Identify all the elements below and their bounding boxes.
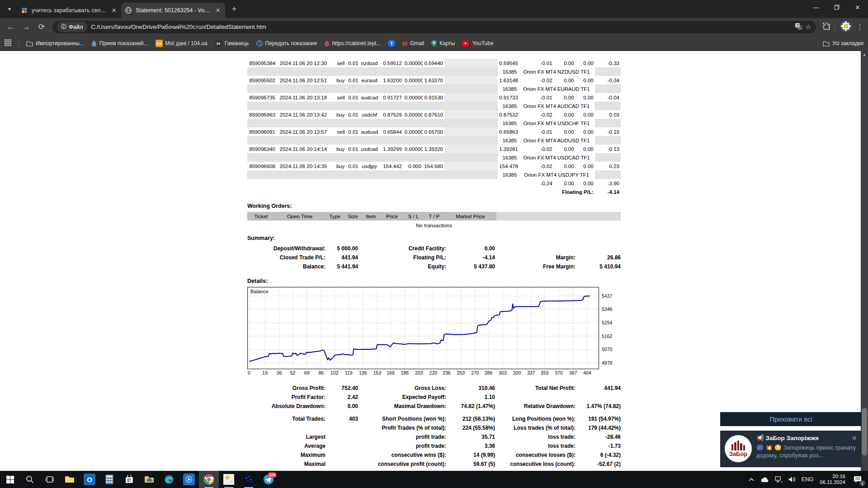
trade-type: buy — [329, 145, 346, 153]
volume-icon[interactable] — [786, 471, 798, 488]
trade-magic-number: 16385 — [498, 153, 518, 162]
stat-row: Total Trades:403Short Positions (won %):… — [247, 414, 621, 423]
tab-inactive[interactable]: учитесь зарабатывать селяне ✕ — [17, 3, 121, 18]
all-bookmarks-button[interactable]: Усі закладки — [823, 40, 863, 47]
language-indicator[interactable]: ENG — [800, 471, 815, 488]
back-icon[interactable]: ← — [5, 21, 17, 33]
stat-label: loss trade: — [495, 432, 576, 441]
tab-close-icon[interactable]: ✕ — [214, 7, 222, 14]
edge-icon[interactable] — [159, 471, 179, 488]
apps-grid-icon[interactable] — [5, 39, 11, 47]
search-icon[interactable] — [20, 471, 40, 488]
trade-close-price: 0.59545 — [498, 59, 518, 67]
trade-info-fill — [595, 119, 621, 127]
stat-value: 26.86 — [576, 253, 621, 262]
dark-window-thumbnail[interactable] — [239, 471, 259, 488]
trade-type: buy — [329, 162, 346, 170]
x-axis-tick: 387 — [567, 370, 580, 375]
bookmark-item[interactable]: YouTube — [462, 40, 493, 47]
trade-row: 8590953842024.11.06 20:12:30sell0.01nzdu… — [247, 59, 621, 67]
trade-info-fill — [595, 67, 621, 76]
chrome-icon[interactable] — [199, 471, 219, 488]
totals-commission: -0.24 — [518, 179, 553, 188]
reload-icon[interactable]: ⟳ — [35, 21, 48, 33]
menu-dots-icon[interactable]: ⋮ — [856, 23, 863, 31]
url-text[interactable]: C:/Users/favou/OneDrive/Рабочий%20стол/D… — [91, 23, 791, 30]
file-explorer-icon[interactable] — [60, 471, 80, 488]
clock[interactable]: 20:16 06.11.2024 — [817, 474, 848, 485]
tab-search-icon[interactable]: ▾ — [4, 3, 15, 15]
restore-button[interactable] — [826, 0, 847, 14]
stat-label: Loss trades (% of total): — [495, 423, 576, 432]
tab-title: Statement: 501263254 - Volody — [136, 7, 211, 14]
trade-row: 8590963402024.11.06 20:14:14buy0.01usdca… — [247, 145, 621, 153]
translate-icon[interactable]: 文A — [795, 23, 802, 31]
trade-taxes: 0.00 — [554, 145, 576, 153]
new-tab-button[interactable]: + — [228, 3, 241, 15]
media-player-icon[interactable] — [179, 471, 199, 488]
scrollbar-up-arrow[interactable]: ▲ — [861, 51, 868, 57]
onedrive-cloud-icon[interactable] — [759, 471, 771, 488]
chart-series-label: Balance — [250, 289, 269, 294]
extensions-puzzle-icon[interactable] — [822, 22, 830, 32]
bookmark-item[interactable]: 24Гаманець — [215, 40, 249, 47]
file-scheme-chip[interactable]: ⓘ Файл — [57, 22, 87, 32]
hide-all-notifications-button[interactable]: Приховати всі — [720, 412, 862, 426]
bookmark-item[interactable]: Передать показания — [256, 40, 317, 47]
trade-item: audusd — [360, 127, 379, 136]
trade-type: buy — [329, 76, 346, 84]
trade-comment: Orion FX MT4 USDJPY TF1 — [518, 170, 594, 179]
onedrive-folder-icon[interactable] — [139, 471, 159, 488]
bookmark-item[interactable]: https://cabinet.tepl... — [324, 40, 381, 47]
tab-close-icon[interactable]: ✕ — [110, 7, 118, 14]
trade-tp: 0.65700 — [423, 127, 444, 136]
close-window-button[interactable]: ✕ — [847, 0, 868, 14]
stat-value: 6 (-4.32) — [576, 450, 621, 460]
trade-commission: -0.01 — [518, 93, 553, 102]
stat-label — [326, 441, 358, 450]
bookmark-item[interactable]: f — [388, 40, 395, 47]
bookmark-item[interactable]: Прием показаний... — [91, 40, 148, 47]
profile-avatar[interactable] — [840, 20, 852, 34]
trade-comment: Orion FX MT4 NZDUSD TF1 — [518, 67, 594, 76]
bookmark-item[interactable]: MGmail — [402, 40, 424, 47]
totals-row: -0.240.000.00-3.90 — [247, 179, 621, 188]
forward-icon[interactable]: → — [20, 21, 33, 33]
stat-label: Free Margin: — [495, 262, 576, 271]
trade-close-price: 0.87532 — [498, 110, 518, 119]
telegram-icon[interactable]: 125 — [259, 471, 278, 488]
bookmarks-divider-right — [818, 39, 818, 47]
tab-active[interactable]: Statement: 501263254 - Volody ✕ — [121, 3, 225, 18]
outlook-icon[interactable]: O — [80, 471, 99, 488]
trade-info-fill — [595, 102, 621, 110]
address-bar[interactable]: ⓘ Файл C:/Users/favou/OneDrive/Рабочий%2… — [52, 21, 816, 33]
notification-card[interactable]: ЗаБор 📢 ЗаБор Запоріжжя ✕ 🎆 💥 😳 Запоріже… — [720, 431, 862, 467]
y-axis-tick: 5254 — [602, 320, 621, 325]
stat-row: Closed Trade P/L:441.94Floating P/L:-4.1… — [247, 253, 621, 262]
minimize-button[interactable]: — — [806, 0, 826, 14]
calculator-icon[interactable] — [99, 471, 119, 488]
stat-value: 310.46 — [446, 384, 495, 393]
bookmark-star-icon[interactable]: ☆ — [806, 23, 811, 31]
scrollbar-thumb[interactable] — [862, 408, 867, 455]
action-center-icon[interactable]: 1 — [850, 471, 865, 488]
bookmark-item[interactable]: Карты — [431, 40, 455, 47]
task-view-icon[interactable] — [40, 471, 60, 488]
store-icon[interactable] — [119, 471, 139, 488]
trade-sl: 0.00000 — [403, 76, 423, 84]
stat-value: -1.73 — [576, 441, 621, 450]
bookmark-item[interactable]: 104Мої дані / 104.ua — [156, 40, 208, 47]
tray-chevron-icon[interactable] — [745, 471, 757, 488]
page-scrollbar[interactable]: ▲ — [861, 51, 868, 471]
start-button[interactable] — [0, 471, 20, 488]
photos-app-icon[interactable] — [219, 471, 239, 488]
stat-value: 14 (9.99) — [446, 450, 495, 460]
bookmark-item[interactable]: Импортированны... — [26, 40, 84, 47]
network-icon[interactable] — [773, 471, 784, 488]
trade-open-time: 2024.11.06 20:13:18 — [277, 93, 329, 102]
x-axis-tick: 370 — [552, 370, 565, 375]
stat-label: Margin: — [495, 253, 576, 262]
stat-value: 3.36 — [446, 441, 495, 450]
stat-value: 179 (44.42%) — [576, 423, 621, 432]
notification-close-icon[interactable]: ✕ — [849, 434, 857, 442]
